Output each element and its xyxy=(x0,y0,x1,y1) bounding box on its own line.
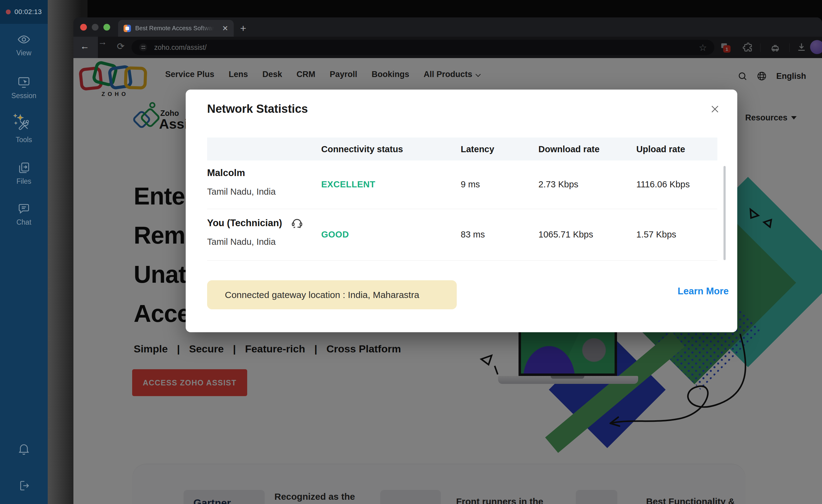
browser-window: Best Remote Access Softwar ✕ + ← → ⟳ zoh… xyxy=(73,17,822,504)
upload-rate-value: 1.57 Kbps xyxy=(636,230,677,240)
sidebar-item-label: Chat xyxy=(17,218,31,226)
sidebar-item-session[interactable]: Session xyxy=(0,76,48,100)
close-icon xyxy=(710,104,721,115)
gateway-location-banner: Connected gateway location : India, Maha… xyxy=(207,280,457,309)
participant-location: Tamil Nadu, India xyxy=(207,187,276,197)
participant-name: Malcolm xyxy=(207,167,245,178)
new-tab-button[interactable]: + xyxy=(240,22,246,34)
forward-icon[interactable]: → xyxy=(98,37,822,58)
back-icon[interactable]: ← xyxy=(80,41,89,51)
technician-headset-icon xyxy=(290,216,304,231)
sidebar-item-label: Session xyxy=(11,92,36,100)
connectivity-status: EXCELLENT xyxy=(321,179,375,189)
participant-location: Tamil Nadu, India xyxy=(207,237,276,247)
sparkles-icon xyxy=(12,114,25,127)
network-statistics-modal: Network Statistics Connectivity status L… xyxy=(186,90,737,332)
assist-session-sidebar: 00:02:13 View Session Tools Files xyxy=(0,0,48,504)
browser-tab[interactable]: Best Remote Access Softwar ✕ xyxy=(118,20,234,37)
column-header-upload: Upload rate xyxy=(636,144,685,154)
sidebar-item-label: Tools xyxy=(16,136,32,144)
zoho-assist-page: ZOHO Service Plus Lens Desk CRM Payroll … xyxy=(73,58,822,504)
column-header-latency: Latency xyxy=(461,144,494,154)
minimize-window-button[interactable] xyxy=(92,24,98,31)
column-header-connectivity: Connectivity status xyxy=(321,144,403,154)
table-scrollbar[interactable] xyxy=(724,166,726,260)
modal-title: Network Statistics xyxy=(207,102,308,116)
column-header-download: Download rate xyxy=(538,144,599,154)
latency-value: 9 ms xyxy=(461,179,480,189)
session-timer-value: 00:02:13 xyxy=(14,8,42,16)
row-divider xyxy=(207,260,717,261)
latency-value: 83 ms xyxy=(461,230,485,240)
tab-title: Best Remote Access Softwar xyxy=(135,25,214,32)
row-divider xyxy=(207,209,717,209)
screen: 00:02:13 View Session Tools Files xyxy=(0,0,822,504)
bell-icon xyxy=(17,443,30,455)
tab-close-icon[interactable]: ✕ xyxy=(222,24,228,33)
participant-name: You (Technician) xyxy=(207,218,282,229)
connectivity-status: GOOD xyxy=(321,230,349,240)
recording-dot-icon xyxy=(6,9,11,14)
download-rate-value: 2.73 Kbps xyxy=(538,179,578,189)
close-window-button[interactable] xyxy=(80,24,87,31)
sidebar-item-files[interactable]: Files xyxy=(0,161,48,186)
browser-titlebar: Best Remote Access Softwar ✕ + xyxy=(73,17,822,37)
eye-icon xyxy=(17,33,30,46)
sidebar-item-chat[interactable]: Chat xyxy=(0,202,48,226)
session-timer: 00:02:13 xyxy=(0,0,48,24)
modal-close-button[interactable] xyxy=(710,104,721,115)
end-session-button[interactable] xyxy=(17,479,30,493)
download-rate-value: 1065.71 Kbps xyxy=(538,230,593,240)
zoom-window-button[interactable] xyxy=(103,24,110,31)
notifications-bell-button[interactable] xyxy=(17,443,30,457)
sidebar-item-view[interactable]: View xyxy=(0,33,48,57)
chat-icon xyxy=(17,202,30,215)
session-monitor-icon xyxy=(17,76,30,89)
sidebar-item-tools[interactable]: Tools xyxy=(0,119,48,144)
sidebar-item-label: View xyxy=(16,49,31,57)
browser-toolbar: ← → ⟳ zoho.com/assist/ ☆ 1 xyxy=(73,37,822,58)
exit-icon xyxy=(17,479,30,492)
files-transfer-icon xyxy=(17,161,30,174)
tab-favicon-icon xyxy=(123,25,131,32)
sidebar-item-label: Files xyxy=(17,177,31,186)
learn-more-link[interactable]: Learn More xyxy=(678,286,729,297)
upload-rate-value: 1116.06 Kbps xyxy=(636,179,690,189)
